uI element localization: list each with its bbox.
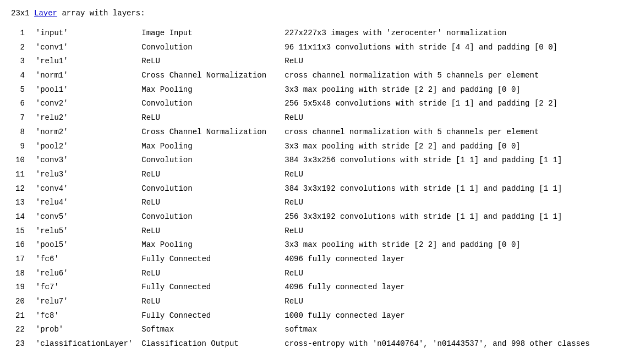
layer-name: 'conv1' [31,41,137,55]
layer-type: ReLU [137,295,280,309]
table-row: 4'norm1'Cross Channel Normalizationcross… [11,69,629,83]
table-row: 14'conv5'Convolution256 3x3x192 convolut… [11,210,629,224]
layer-name: 'fc8' [31,309,137,323]
table-row: 8'norm2'Cross Channel Normalizationcross… [11,125,629,140]
layer-name: 'relu1' [31,54,137,69]
layer-type: Cross Channel Normalization [137,125,280,140]
layer-description: softmax [280,323,629,337]
layer-description: 384 3x3x192 convolutions with stride [1 … [280,182,629,196]
layer-description: 384 3x3x256 convolutions with stride [1 … [280,153,629,168]
layer-description: cross channel normalization with 5 chann… [280,69,629,83]
layer-description: 3x3 max pooling with stride [2 2] and pa… [280,140,629,154]
layer-description: ReLU [280,224,629,239]
layer-link[interactable]: Layer [34,9,57,18]
layer-type: Max Pooling [137,83,280,97]
table-row: 11'relu3'ReLUReLU [11,168,629,182]
table-row: 3'relu1'ReLUReLU [11,54,629,69]
layer-type: Image Input [137,26,280,41]
table-row: 23'classificationLayer'Classification Ou… [11,337,629,351]
table-row: 9'pool2'Max Pooling3x3 max pooling with … [11,140,629,154]
row-number: 5 [11,83,31,97]
table-row: 6'conv2'Convolution256 5x5x48 convolutio… [11,97,629,111]
layer-type: Max Pooling [137,140,280,154]
row-number: 10 [11,153,31,168]
header-suffix: array with layers: [57,9,145,18]
table-row: 15'relu5'ReLUReLU [11,224,629,239]
table-row: 2'conv1'Convolution96 11x11x3 convolutio… [11,41,629,55]
layer-type: Fully Connected [137,309,280,323]
table-row: 1'input'Image Input227x227x3 images with… [11,26,629,41]
layer-description: cross channel normalization with 5 chann… [280,125,629,140]
layer-name: 'relu6' [31,267,137,281]
layer-type: Classification Output [137,337,280,351]
layer-name: 'prob' [31,323,137,337]
layer-name: 'pool5' [31,238,137,252]
row-number: 23 [11,337,31,351]
layer-type: Convolution [137,97,280,111]
layer-type: Max Pooling [137,238,280,252]
table-row: 20'relu7'ReLUReLU [11,295,629,309]
row-number: 1 [11,26,31,41]
layer-description: ReLU [280,111,629,125]
layer-description: 256 5x5x48 convolutions with stride [1 1… [280,97,629,111]
layer-description: 4096 fully connected layer [280,252,629,267]
header-prefix: 23x1 [11,9,34,18]
layer-name: 'norm2' [31,125,137,140]
layer-name: 'conv5' [31,210,137,224]
table-row: 12'conv4'Convolution384 3x3x192 convolut… [11,182,629,196]
row-number: 19 [11,280,31,295]
layer-name: 'fc6' [31,252,137,267]
layer-description: 227x227x3 images with 'zerocenter' norma… [280,26,629,41]
layer-type: ReLU [137,196,280,210]
row-number: 14 [11,210,31,224]
table-row: 10'conv3'Convolution384 3x3x256 convolut… [11,153,629,168]
layer-description: 3x3 max pooling with stride [2 2] and pa… [280,83,629,97]
layer-name: 'relu7' [31,295,137,309]
row-number: 9 [11,140,31,154]
row-number: 8 [11,125,31,140]
layer-description: 96 11x11x3 convolutions with stride [4 4… [280,41,629,55]
table-row: 18'relu6'ReLUReLU [11,267,629,281]
layer-type: Convolution [137,210,280,224]
layer-type: ReLU [137,54,280,69]
row-number: 3 [11,54,31,69]
layer-type: ReLU [137,111,280,125]
row-number: 11 [11,168,31,182]
table-row: 19'fc7'Fully Connected4096 fully connect… [11,280,629,295]
layer-name: 'conv3' [31,153,137,168]
header: 23x1 Layer array with layers: [11,9,629,18]
row-number: 7 [11,111,31,125]
layer-type: ReLU [137,224,280,239]
layer-description: ReLU [280,295,629,309]
layer-description: ReLU [280,196,629,210]
layer-description: ReLU [280,168,629,182]
table-row: 21'fc8'Fully Connected1000 fully connect… [11,309,629,323]
row-number: 15 [11,224,31,239]
layer-type: ReLU [137,267,280,281]
table-row: 22'prob'Softmaxsoftmax [11,323,629,337]
layer-name: 'relu2' [31,111,137,125]
row-number: 6 [11,97,31,111]
layer-type: Cross Channel Normalization [137,69,280,83]
layer-name: 'conv4' [31,182,137,196]
row-number: 13 [11,196,31,210]
row-number: 16 [11,238,31,252]
layer-name: 'conv2' [31,97,137,111]
layer-name: 'relu5' [31,224,137,239]
layer-type: Convolution [137,41,280,55]
table-row: 13'relu4'ReLUReLU [11,196,629,210]
layer-description: ReLU [280,54,629,69]
layer-name: 'relu4' [31,196,137,210]
table-row: 7'relu2'ReLUReLU [11,111,629,125]
layer-type: Convolution [137,153,280,168]
layer-description: 3x3 max pooling with stride [2 2] and pa… [280,238,629,252]
layer-name: 'pool2' [31,140,137,154]
layer-type: Fully Connected [137,252,280,267]
row-number: 12 [11,182,31,196]
layer-name: 'norm1' [31,69,137,83]
row-number: 21 [11,309,31,323]
layer-name: 'input' [31,26,137,41]
layer-description: 4096 fully connected layer [280,280,629,295]
row-number: 4 [11,69,31,83]
layer-description: ReLU [280,267,629,281]
